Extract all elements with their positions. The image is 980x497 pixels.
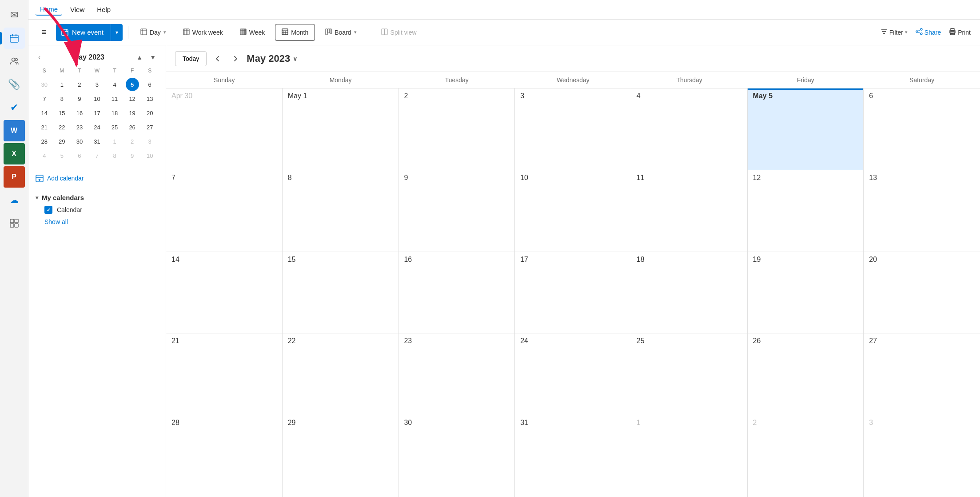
view-month-button[interactable]: Month (275, 24, 315, 41)
cal-day-12[interactable]: 12 (748, 170, 864, 252)
mini-day[interactable]: 4 (38, 149, 51, 162)
mini-day[interactable]: 29 (55, 135, 68, 148)
tasks-icon[interactable]: ✔ (4, 97, 25, 118)
mini-day[interactable]: 26 (126, 120, 139, 134)
mini-day[interactable]: 13 (143, 92, 156, 105)
cal-day-29[interactable]: 29 (283, 415, 399, 497)
mini-cal-next[interactable]: ▼ (147, 53, 159, 62)
view-workweek-button[interactable]: Work week (176, 24, 230, 41)
mini-day[interactable]: 17 (90, 106, 104, 120)
cal-day-3[interactable]: 3 (515, 88, 631, 170)
mini-day[interactable]: 9 (126, 149, 139, 162)
calendar-item[interactable]: ✔ Calendar (36, 203, 159, 216)
mini-day[interactable]: 31 (90, 135, 104, 148)
view-week-button[interactable]: Week (233, 24, 272, 41)
mini-day[interactable]: 28 (38, 135, 51, 148)
cal-day-jun3[interactable]: 3 (864, 415, 980, 497)
cal-day-14[interactable]: 14 (166, 252, 283, 333)
mini-cal-collapse-btn[interactable]: ‹ (36, 52, 43, 62)
new-event-button[interactable]: New event ▾ (56, 24, 123, 41)
mini-day-today[interactable]: 5 (126, 78, 139, 91)
cal-day-jun2[interactable]: 2 (748, 415, 864, 497)
cal-day-apr30[interactable]: Apr 30 (166, 88, 283, 170)
mini-day[interactable]: 2 (126, 135, 139, 148)
mini-day[interactable]: 3 (143, 135, 156, 148)
cal-day-19[interactable]: 19 (748, 252, 864, 333)
cal-day-11[interactable]: 11 (631, 170, 748, 252)
mini-day[interactable]: 8 (108, 149, 121, 162)
cal-day-17[interactable]: 17 (515, 252, 631, 333)
view-day-button[interactable]: Day ▾ (134, 24, 173, 41)
filter-button[interactable]: Filter ▾ (878, 24, 910, 41)
mini-day[interactable]: 20 (143, 106, 156, 120)
cal-day-10[interactable]: 10 (515, 170, 631, 252)
mini-day[interactable]: 30 (38, 78, 51, 91)
attach-icon[interactable]: 📎 (4, 74, 25, 95)
mini-day[interactable]: 16 (73, 106, 86, 120)
cal-day-30[interactable]: 30 (398, 415, 515, 497)
print-button[interactable]: Print (947, 24, 973, 41)
share-button[interactable]: Share (913, 24, 943, 41)
mini-day[interactable]: 3 (90, 78, 104, 91)
cal-day-23[interactable]: 23 (398, 333, 515, 415)
mini-day[interactable]: 2 (73, 78, 86, 91)
mini-day[interactable]: 30 (73, 135, 86, 148)
apps-icon[interactable] (4, 212, 25, 234)
mini-day[interactable]: 11 (108, 92, 121, 105)
prev-month-button[interactable] (211, 52, 224, 65)
my-calendars-header[interactable]: ▾ My calendars (36, 192, 159, 203)
mini-day[interactable]: 21 (38, 120, 51, 134)
mini-day[interactable]: 1 (108, 135, 121, 148)
split-view-button[interactable]: Split view (374, 24, 423, 41)
add-calendar-button[interactable]: Add calendar (36, 170, 159, 187)
calendar-icon[interactable] (4, 28, 25, 49)
powerpoint-icon[interactable]: P (4, 166, 25, 188)
mini-day[interactable]: 7 (90, 149, 104, 162)
calendar-checkbox[interactable]: ✔ (44, 206, 52, 214)
cal-day-25[interactable]: 25 (631, 333, 748, 415)
cal-month-title[interactable]: May 2023 ∨ (247, 53, 297, 64)
cal-day-28[interactable]: 28 (166, 415, 283, 497)
view-board-button[interactable]: Board ▾ (319, 24, 363, 41)
cal-day-6[interactable]: 6 (864, 88, 980, 170)
excel-icon[interactable]: X (4, 143, 25, 164)
mini-day[interactable]: 23 (73, 120, 86, 134)
mini-day[interactable]: 27 (143, 120, 156, 134)
mini-day[interactable]: 15 (55, 106, 68, 120)
people-icon[interactable] (4, 51, 25, 72)
mini-day[interactable]: 5 (55, 149, 68, 162)
cal-day-22[interactable]: 22 (283, 333, 399, 415)
mini-day[interactable]: 25 (108, 120, 121, 134)
cal-day-24[interactable]: 24 (515, 333, 631, 415)
mini-day[interactable]: 8 (55, 92, 68, 105)
cal-day-2[interactable]: 2 (398, 88, 515, 170)
cal-day-9[interactable]: 9 (398, 170, 515, 252)
menu-home[interactable]: Home (36, 4, 62, 16)
cal-day-5-today[interactable]: May 5 (748, 88, 864, 170)
mini-day[interactable]: 7 (38, 92, 51, 105)
cal-day-15[interactable]: 15 (283, 252, 399, 333)
cal-day-26[interactable]: 26 (748, 333, 864, 415)
mini-cal-prev[interactable]: ▲ (134, 53, 145, 62)
cal-day-4[interactable]: 4 (631, 88, 748, 170)
mini-day[interactable]: 10 (143, 149, 156, 162)
next-month-button[interactable] (229, 52, 242, 65)
cal-day-13[interactable]: 13 (864, 170, 980, 252)
cal-day-21[interactable]: 21 (166, 333, 283, 415)
hamburger-button[interactable]: ≡ (36, 24, 52, 41)
mini-day[interactable]: 12 (126, 92, 139, 105)
word-icon[interactable]: W (4, 120, 25, 141)
mini-day[interactable]: 1 (55, 78, 68, 91)
mini-day[interactable]: 24 (90, 120, 104, 134)
cal-day-31[interactable]: 31 (515, 415, 631, 497)
menu-view[interactable]: View (66, 4, 89, 15)
cal-day-8[interactable]: 8 (283, 170, 399, 252)
cal-day-20[interactable]: 20 (864, 252, 980, 333)
mini-day[interactable]: 4 (108, 78, 121, 91)
cal-day-27[interactable]: 27 (864, 333, 980, 415)
mail-icon[interactable]: ✉ (4, 4, 25, 26)
mini-day[interactable]: 6 (73, 149, 86, 162)
show-all-link[interactable]: Show all (36, 216, 159, 227)
mini-day[interactable]: 22 (55, 120, 68, 134)
mini-day[interactable]: 18 (108, 106, 121, 120)
